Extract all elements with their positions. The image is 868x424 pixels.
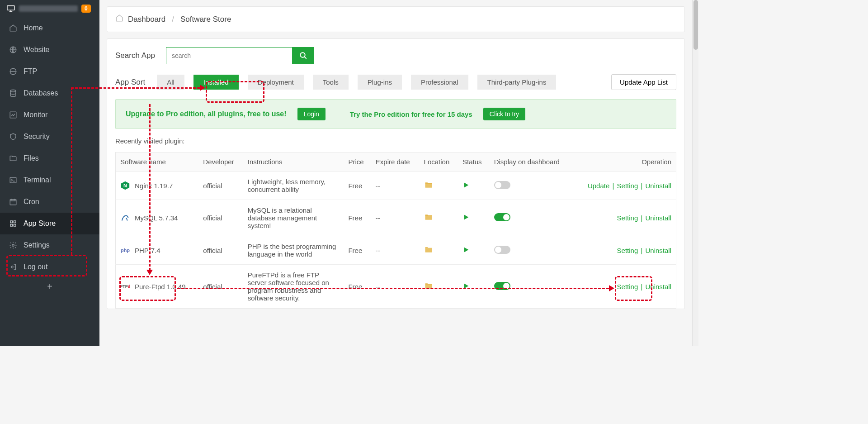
svg-text:N: N xyxy=(123,183,127,188)
sidebar-item-monitor[interactable]: Monitor xyxy=(0,104,99,126)
sidebar-item-home[interactable]: Home xyxy=(0,17,99,39)
sidebar-item-label: Security xyxy=(24,133,50,141)
breadcrumb-home[interactable]: Dashboard xyxy=(128,15,165,24)
svg-rect-5 xyxy=(10,177,16,183)
op-setting[interactable]: Setting xyxy=(617,214,638,222)
op-setting[interactable]: Setting xyxy=(617,283,638,291)
sidebar-item-label: Website xyxy=(24,46,50,54)
cell-instr: PureFTPd is a free FTP server software f… xyxy=(243,265,344,309)
play-icon[interactable] xyxy=(462,182,470,190)
promo-try-button[interactable]: Click to try xyxy=(483,108,525,120)
sidebar-item-label: Cron xyxy=(24,198,39,206)
sidebar-item-files[interactable]: Files xyxy=(0,148,99,169)
folder-icon[interactable] xyxy=(424,248,433,256)
sidebar-item-label: Files xyxy=(24,154,39,162)
cell-instr: Lightweight, less memory, concurrent abi… xyxy=(243,172,344,200)
cell-name[interactable]: MySQL 5.7.34 xyxy=(135,214,178,222)
cell-price: Free xyxy=(344,200,371,236)
play-icon[interactable] xyxy=(462,247,470,255)
ftp-icon xyxy=(9,67,17,76)
breadcrumb-current: Software Store xyxy=(180,15,231,24)
cell-price: Free xyxy=(344,236,371,265)
cell-dev: official xyxy=(198,172,243,200)
tab-installed[interactable]: Installed xyxy=(193,75,239,90)
tab-plugins[interactable]: Plug-ins xyxy=(358,75,402,90)
shield-icon xyxy=(9,133,17,141)
sidebar-item-label: Terminal xyxy=(24,176,51,184)
op-uninstall[interactable]: Uninstall xyxy=(645,283,671,291)
folder-icon[interactable] xyxy=(424,183,433,191)
notification-badge[interactable]: 0 xyxy=(81,5,91,13)
scrollbar-thumb[interactable] xyxy=(693,0,698,50)
sidebar-item-logout[interactable]: Log out xyxy=(0,256,99,278)
promo-text-upgrade: Upgrade to Pro edition, all plugins, fre… xyxy=(126,110,287,118)
cell-dev: official xyxy=(198,200,243,236)
op-setting[interactable]: Setting xyxy=(617,247,638,254)
op-setting[interactable]: Setting xyxy=(617,182,638,190)
folder-icon[interactable] xyxy=(424,215,433,223)
tab-deployment[interactable]: Deployment xyxy=(248,75,304,90)
th-software-name: Software name xyxy=(116,152,199,172)
sidebar-item-settings[interactable]: Settings xyxy=(0,234,99,256)
tab-all[interactable]: All xyxy=(157,75,184,90)
content-panel: Search App App Sort All Installed Deploy… xyxy=(107,38,685,309)
svg-point-12 xyxy=(300,52,305,57)
search-icon xyxy=(299,52,307,60)
sidebar-item-website[interactable]: Website xyxy=(0,39,99,61)
sidebar-nav: Home Website FTP Databases Monitor Secur… xyxy=(0,17,99,278)
svg-point-11 xyxy=(12,244,14,247)
sidebar-item-cron[interactable]: Cron xyxy=(0,191,99,213)
cell-name[interactable]: Nginx 1.19.7 xyxy=(135,182,173,190)
cell-expire: -- xyxy=(371,236,420,265)
op-uninstall[interactable]: Uninstall xyxy=(645,214,671,222)
th-display: Display on dashboard xyxy=(490,152,573,172)
svg-rect-10 xyxy=(14,224,16,227)
cell-instr: MySQL is a relational database managemen… xyxy=(243,200,344,236)
sidebar-item-label: Databases xyxy=(24,89,58,97)
sidebar-item-label: Home xyxy=(24,24,43,32)
cell-operation: Update | Setting | Uninstall xyxy=(572,172,676,200)
sidebar-header: 0 xyxy=(0,0,99,17)
grid-icon xyxy=(9,219,17,228)
scrollbar[interactable] xyxy=(692,0,698,346)
monitor-icon xyxy=(6,5,15,12)
svg-point-3 xyxy=(10,90,16,92)
sidebar-item-appstore[interactable]: App Store xyxy=(0,213,99,234)
home-icon xyxy=(115,14,123,24)
search-button[interactable] xyxy=(292,47,314,64)
sidebar-add[interactable]: + xyxy=(0,278,99,295)
th-operation: Operation xyxy=(572,152,676,172)
toggle-display[interactable] xyxy=(494,213,510,221)
op-uninstall[interactable]: Uninstall xyxy=(645,182,671,190)
op-uninstall[interactable]: Uninstall xyxy=(645,247,671,254)
update-app-list-button[interactable]: Update App List xyxy=(611,74,676,90)
th-location: Location xyxy=(420,152,458,172)
search-box xyxy=(166,47,314,64)
cell-name[interactable]: PHP-7.4 xyxy=(135,247,160,254)
recent-visited-label: Recently visited plugin: xyxy=(107,137,684,152)
play-icon[interactable] xyxy=(462,283,470,291)
sidebar-item-databases[interactable]: Databases xyxy=(0,82,99,104)
cell-price: Free xyxy=(344,265,371,309)
sidebar-item-security[interactable]: Security xyxy=(0,126,99,148)
sidebar-item-label: FTP xyxy=(24,67,37,76)
cell-name[interactable]: Pure-Ftpd 1.0.49 xyxy=(135,283,186,291)
tab-thirdparty[interactable]: Third-party Plug-ins xyxy=(477,75,557,90)
tab-professional[interactable]: Professional xyxy=(411,75,468,90)
promo-login-button[interactable]: Login xyxy=(297,108,326,120)
cell-operation: Setting | Uninstall xyxy=(572,265,676,309)
sidebar-item-ftp[interactable]: FTP xyxy=(0,61,99,82)
cell-price: Free xyxy=(344,172,371,200)
promo-text-trial: Try the Pro edition for free for 15 days xyxy=(350,110,472,118)
play-icon[interactable] xyxy=(462,214,470,222)
toggle-display[interactable] xyxy=(494,246,510,254)
toggle-display[interactable] xyxy=(494,181,510,189)
sidebar-item-terminal[interactable]: Terminal xyxy=(0,169,99,191)
th-instructions: Instructions xyxy=(243,152,344,172)
folder-icon[interactable] xyxy=(424,284,433,292)
cell-operation: Setting | Uninstall xyxy=(572,200,676,236)
toggle-display[interactable] xyxy=(494,282,510,290)
op-update[interactable]: Update xyxy=(588,182,609,190)
tab-tools[interactable]: Tools xyxy=(313,75,349,90)
search-input[interactable] xyxy=(166,47,292,64)
